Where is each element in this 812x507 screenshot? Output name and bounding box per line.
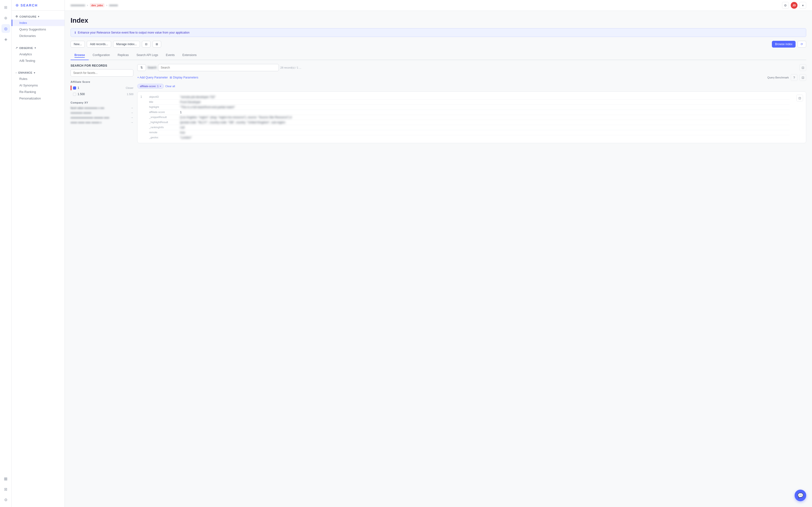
left-nav-home[interactable]: ⊞ [1, 3, 10, 12]
sidebar-configure-section: ⚙ CONFIGURE ▾ Index Query Suggestions Di… [12, 11, 64, 42]
sort-button[interactable]: ⇅ [137, 64, 146, 71]
field-val-remote: true [180, 131, 790, 134]
field-val-highlight-result: {postal-code: "NL2.F.", country-code: "G… [180, 121, 790, 124]
field-val-objectid: "remote-job-developer-732" [180, 95, 790, 99]
sidebar-configure-header[interactable]: ⚙ CONFIGURE ▾ [12, 13, 64, 19]
field-row-remote: remote true [149, 130, 790, 135]
sidebar-item-personalization[interactable]: Personalization [12, 95, 64, 102]
field-row-geoloc: _geoloc "London" [149, 135, 790, 140]
facet-item-3[interactable]: xxxxxxxxxxxxxxxxx xxxxxxx xxxx → [70, 115, 134, 120]
sidebar-item-ab-testing[interactable]: A/B Testing [12, 57, 64, 64]
info-banner-text: Enhance your Relevance Service event flo… [78, 31, 190, 34]
sidebar-item-re-ranking[interactable]: Re-Ranking [12, 89, 64, 95]
expand-button[interactable]: ▾ [800, 2, 806, 9]
sidebar-observe-header[interactable]: ↗ OBSERVE ▾ [12, 45, 64, 51]
settings-nav-icon: ⚙ [4, 498, 7, 502]
sidebar: ⊕ SEARCH ⚙ CONFIGURE ▾ Index Query Sugge… [12, 0, 65, 507]
tab-events[interactable]: Events [162, 51, 179, 60]
sidebar-item-ai-synonyms[interactable]: AI Synonyms [12, 82, 64, 89]
benchmark-info-button[interactable]: ? [791, 74, 798, 81]
result-card-inner: 1 objectID "remote-job-developer-732" ti… [138, 92, 806, 143]
sidebar-item-query-suggestions[interactable]: Query Suggestions [12, 26, 64, 33]
field-key-remote: remote [149, 131, 178, 134]
results-count: 28 record(s) / 1 ... [280, 66, 301, 69]
field-key-geoloc: _geoloc [149, 136, 178, 139]
left-nav-chart[interactable]: ▦ [1, 474, 10, 483]
active-filter-tag[interactable]: affiliate-score: 1 × [137, 84, 164, 89]
tab-search-api-logs[interactable]: Search API Logs [133, 51, 162, 60]
search-icon: ⊕ [15, 3, 18, 7]
filter-count-1: Closer [126, 87, 134, 89]
add-query-param-button[interactable]: + Add Query Parameter [137, 76, 168, 79]
page-title: Index [70, 17, 806, 24]
left-nav-database[interactable]: ⊠ [1, 485, 10, 494]
left-nav-settings[interactable]: ⚙ [1, 495, 10, 504]
active-filters-row: affiliate-score: 1 × Clear all [137, 84, 806, 89]
sidebar-item-index[interactable]: Index [12, 19, 64, 26]
sidebar-item-dictionaries[interactable]: Dictionaries [12, 33, 64, 39]
query-benchmark-label: Query Benchmark [767, 76, 789, 79]
tab-browse[interactable]: Browse [70, 51, 89, 60]
tab-replicas[interactable]: Replicas [114, 51, 133, 60]
facet-item-4[interactable]: xxxxx xxxxx xxxx xxxxxx x → [70, 120, 134, 125]
left-nav-discover[interactable]: ◈ [1, 35, 10, 44]
sidebar-observe-section: ↗ OBSERVE ▾ Analytics A/B Testing [12, 42, 64, 67]
clear-all-link[interactable]: Clear all [165, 85, 175, 88]
facet-item-3-text: xxxxxxxxxxxxxxxxx xxxxxxx xxxx [70, 116, 109, 119]
filter-button[interactable]: ⊟ [142, 41, 151, 48]
settings-button[interactable]: ⚙ [782, 2, 789, 9]
sidebar-enhance-section: ↑ ENHANCE ▾ Rules AI Synonyms Re-Ranking… [12, 67, 64, 105]
field-key-highlight-result: _highlightResult [149, 121, 178, 124]
browse-index-button[interactable]: Browse index [772, 41, 796, 48]
expand-cols-button[interactable]: ⊞ [152, 41, 161, 48]
copy-button[interactable]: ⊡ [800, 64, 806, 71]
search-panel: Search for Records Affiliate Score 1 Clo… [70, 64, 134, 146]
search-area: Search for Records Affiliate Score 1 Clo… [70, 64, 806, 146]
tab-extensions[interactable]: Extensions [179, 51, 201, 60]
sort-icon: ⇅ [140, 66, 143, 69]
field-row-highlight-result: _highlightResult {postal-code: "NL2.F.",… [149, 120, 790, 125]
results-search-input[interactable] [158, 64, 279, 71]
facet-item-2[interactable]: xxxxxxxxx xxxxxx → [70, 110, 134, 115]
benchmark-copy-button[interactable]: ⊡ [800, 74, 806, 81]
left-nav: ⊞ ⊕ ◎ ◈ ▦ ⊠ ⚙ [0, 0, 12, 507]
enhance-label: ENHANCE [18, 71, 33, 74]
sidebar-header: ⊕ SEARCH [12, 0, 64, 11]
enhance-icon: ↑ [15, 71, 17, 74]
search-nav-icon: ⊕ [4, 16, 7, 20]
new-button[interactable]: New... [70, 41, 85, 48]
top-bar-right: ⚙ JD ▾ [782, 2, 806, 9]
active-filter-close[interactable]: × [159, 85, 161, 88]
content-area: Index ℹ Enhance your Relevance Service e… [65, 11, 812, 507]
field-val-snippet: {Los Angeles: "region": {slug: "region-l… [180, 116, 790, 119]
facet-arrow-4: → [131, 121, 134, 124]
field-key-title: title [149, 101, 178, 104]
record-edit-button[interactable]: ⊡ [796, 95, 803, 101]
filter-checkbox-1[interactable] [73, 87, 76, 90]
facet-item-1[interactable]: facet value xxxxxxxxxx x xxx → [70, 106, 134, 110]
spinner-icon: ⟳ [801, 43, 803, 46]
left-nav-explore[interactable]: ◎ [1, 24, 10, 33]
manage-index-button[interactable]: Manage index... [113, 41, 140, 48]
filter-item-1[interactable]: 1 Closer [70, 85, 134, 91]
result-actions-col: ⊡ [794, 95, 803, 140]
left-nav-search[interactable]: ⊕ [1, 13, 10, 22]
sidebar-item-analytics[interactable]: Analytics [12, 51, 64, 57]
field-key-ranking: _rankingInfo [149, 126, 178, 129]
info-icon: ℹ [75, 31, 76, 34]
add-records-button[interactable]: Add records... [87, 41, 111, 48]
field-val-affiliate-score: 1 [180, 111, 790, 114]
sidebar-item-rules[interactable]: Rules [12, 75, 64, 82]
spinner-button[interactable]: ⟳ [798, 41, 806, 48]
observe-icon: ↗ [15, 46, 18, 50]
tab-configuration[interactable]: Configuration [89, 51, 114, 60]
filter-item-2[interactable]: 1.500 1.500 [70, 91, 134, 97]
filter-checkbox-2[interactable] [73, 93, 76, 96]
chat-button[interactable]: 💬 [795, 490, 806, 501]
search-input[interactable] [70, 69, 134, 76]
search-input-wrap [70, 69, 134, 76]
top-bar: xxxxxxxxxx › dev_jobs › xxxxxx ⚙ JD ▾ [65, 0, 812, 11]
discover-icon: ◈ [4, 37, 7, 42]
sidebar-enhance-header[interactable]: ↑ ENHANCE ▾ [12, 70, 64, 75]
add-display-param-button[interactable]: ⊞ Display Parameters [170, 76, 198, 79]
